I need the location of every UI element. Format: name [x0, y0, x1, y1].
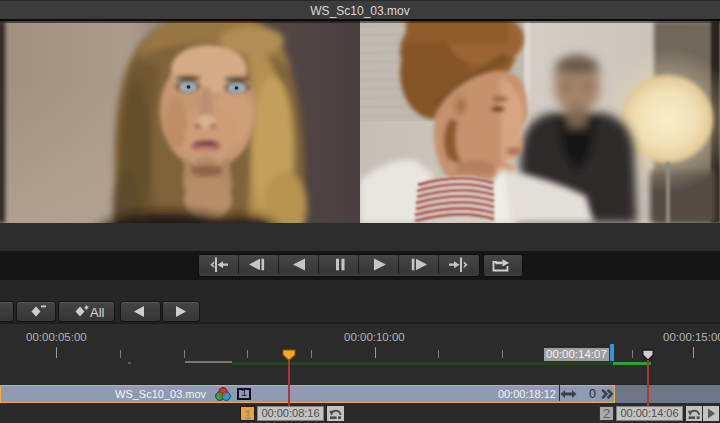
svg-text:All: All	[90, 305, 105, 320]
